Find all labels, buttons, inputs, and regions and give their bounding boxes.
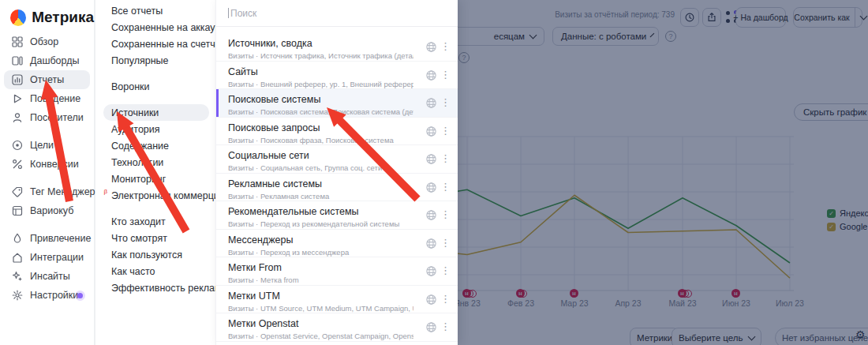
report-row[interactable]: Метки FromВизиты · Метка from⋮	[216, 257, 458, 286]
report-row[interactable]: СайтыВизиты · Внешний реферер, ур. 1, Вн…	[216, 62, 458, 90]
menu-item-ad-effectiveness[interactable]: Эффективность рекламы	[103, 279, 209, 296]
sidebar-item-overview[interactable]: Обзор	[4, 32, 90, 51]
menu-item-all-reports[interactable]: Все отчеты	[103, 2, 209, 19]
kebab-menu-icon[interactable]: ⋮	[440, 293, 451, 305]
sidebar-item-label: Поведение	[30, 93, 80, 104]
bar-chart-icon	[11, 74, 23, 86]
cube-icon	[11, 205, 23, 217]
report-title: Поисковые системы	[228, 94, 413, 106]
sidebar-item-attraction[interactable]: Привлечение	[4, 229, 90, 248]
report-dimensions: Визиты · Поисковая фраза, Поисковая сист…	[228, 136, 413, 145]
globe-icon	[425, 238, 437, 253]
report-row[interactable]: Поисковые запросыВизиты · Поисковая фраз…	[216, 118, 458, 146]
globe-icon	[425, 209, 437, 224]
sidebar-item-insights[interactable]: Инсайты	[4, 267, 90, 286]
globe-icon	[425, 97, 437, 112]
report-row[interactable]: Метки UTMВизиты · UTM Source, UTM Medium…	[216, 286, 458, 314]
kebab-menu-icon[interactable]: ⋮	[440, 208, 451, 220]
report-dimensions: Визиты · Внешний реферер, ур. 1, Внешний…	[228, 80, 413, 89]
kebab-menu-icon[interactable]: ⋮	[440, 125, 451, 137]
sidebar-item-reports[interactable]: Отчеты	[4, 70, 90, 89]
report-title: Рекомендательные системы	[228, 206, 413, 218]
report-dimensions: Визиты · Переход из рекомендательной сис…	[228, 219, 413, 229]
sidebar-item-label: Обзор	[30, 36, 58, 47]
sidebar-item-settings[interactable]: Настройки	[4, 286, 90, 305]
globe-icon	[425, 182, 437, 197]
report-title: Мессенджеры	[228, 234, 413, 246]
report-title: Сайты	[228, 66, 413, 78]
kebab-menu-icon[interactable]: ⋮	[440, 152, 451, 164]
report-dimensions: Визиты · Openstat Service, Openstat Camp…	[228, 332, 413, 341]
menu-item-how-often[interactable]: Как часто	[103, 263, 209, 279]
search-placeholder: Поиск	[230, 8, 256, 19]
report-dimensions: Визиты · UTM Source, UTM Medium, UTM Cam…	[228, 304, 413, 313]
report-dimensions: Визиты · Рекламная система	[228, 192, 413, 201]
menu-item-monitoring[interactable]: Мониторинг	[103, 171, 209, 187]
grid-icon	[11, 36, 23, 48]
report-row[interactable]: МессенджерыВизиты · Переход из мессендже…	[216, 230, 458, 258]
report-row[interactable]: Социальные сетиВизиты · Социальная сеть,…	[216, 145, 458, 174]
report-title: Метки From	[228, 262, 413, 274]
report-row[interactable]: Метки OpenstatВизиты · Openstat Service,…	[216, 313, 458, 342]
tag-icon	[11, 186, 23, 198]
menu-item-saved-counter[interactable]: Сохраненные на счетчик	[103, 36, 209, 52]
sidebar-item-integrations[interactable]: Интеграции	[4, 248, 90, 267]
target-icon	[11, 140, 23, 152]
kebab-menu-icon[interactable]: ⋮	[440, 69, 451, 81]
menu-item-saved-account[interactable]: Сохраненные на аккаунт	[103, 19, 209, 36]
globe-icon	[425, 321, 437, 336]
brand-name: Метрика	[32, 9, 94, 26]
sidebar-item-visitors[interactable]: Посетители	[4, 108, 90, 127]
report-row[interactable]: Рекомендательные системыВизиты · Переход…	[216, 201, 458, 230]
report-list: Источники, сводкаВизиты · Источник трафи…	[216, 27, 458, 342]
kebab-menu-icon[interactable]: ⋮	[440, 237, 451, 249]
menu-item-ecommerce[interactable]: Электронная коммерция	[103, 187, 209, 204]
text-cursor	[228, 8, 229, 18]
report-dimensions: Визиты · Источник трафика, Источник траф…	[228, 51, 413, 61]
sidebar-item-label: Вариокуб	[30, 205, 73, 216]
report-row[interactable]: Источники, сводкаВизиты · Источник трафи…	[216, 33, 458, 62]
flame-icon	[11, 233, 23, 245]
report-title: Метки Openstat	[228, 318, 413, 330]
sidebar-item-conversions[interactable]: Конверсии	[4, 155, 90, 174]
globe-icon	[425, 294, 437, 309]
report-row[interactable]: Рекламные системыВизиты · Рекламная сист…	[216, 174, 458, 202]
sidebar-item-label: Отчеты	[30, 74, 64, 85]
menu-item-audience[interactable]: Аудитория	[103, 121, 209, 137]
report-title: Социальные сети	[228, 150, 413, 162]
kebab-menu-icon[interactable]: ⋮	[440, 264, 451, 276]
sidebar-item-variocube[interactable]: Вариокуб	[4, 201, 90, 220]
globe-icon	[425, 153, 437, 168]
menu-item-how-they-use[interactable]: Как пользуются	[103, 246, 209, 263]
menu-item-what-they-view[interactable]: Что смотрят	[103, 230, 209, 246]
kebab-menu-icon[interactable]: ⋮	[440, 96, 451, 108]
report-dimensions: Визиты · Метка from	[228, 276, 413, 285]
menu-item-content[interactable]: Содержание	[103, 137, 209, 154]
sidebar-item-behavior[interactable]: Поведение	[4, 89, 90, 108]
sidebar-item-dashboards[interactable]: Дашборды	[4, 51, 90, 70]
gear-icon	[11, 290, 23, 302]
percent-icon	[11, 159, 23, 171]
menu-item-who-visits[interactable]: Кто заходит	[103, 213, 209, 230]
globe-icon	[425, 265, 437, 280]
sidebar-item-label: Привлечение	[30, 233, 91, 244]
home-icon	[11, 252, 23, 264]
menu-item-sources[interactable]: Источники	[103, 104, 209, 121]
sidebar: Метрика ОбзорДашбордыОтчетыПоведениеПосе…	[0, 0, 95, 345]
sidebar-item-label: Настройки	[30, 290, 78, 301]
sidebar-item-goals[interactable]: Цели	[4, 136, 90, 155]
sidebar-item-label: Инсайты	[30, 271, 70, 282]
kebab-menu-icon[interactable]: ⋮	[440, 40, 451, 52]
report-title: Рекламные системы	[228, 178, 413, 190]
sidebar-item-tag-manager[interactable]: Тег Менеджерβ	[4, 182, 90, 201]
menu-item-popular[interactable]: Популярные	[103, 52, 209, 69]
globe-icon	[425, 69, 437, 84]
sidebar-item-label: Тег Менеджер	[30, 186, 95, 197]
menu-item-funnels[interactable]: Воронки	[103, 78, 209, 95]
kebab-menu-icon[interactable]: ⋮	[440, 181, 451, 193]
report-row[interactable]: Поисковые системыВизиты · Поисковая сист…	[216, 89, 458, 118]
kebab-menu-icon[interactable]: ⋮	[440, 321, 451, 332]
menu-item-technologies[interactable]: Технологии	[103, 154, 209, 171]
metrica-logo[interactable]: Метрика	[0, 0, 94, 32]
search-field[interactable]: Поиск	[216, 0, 458, 27]
